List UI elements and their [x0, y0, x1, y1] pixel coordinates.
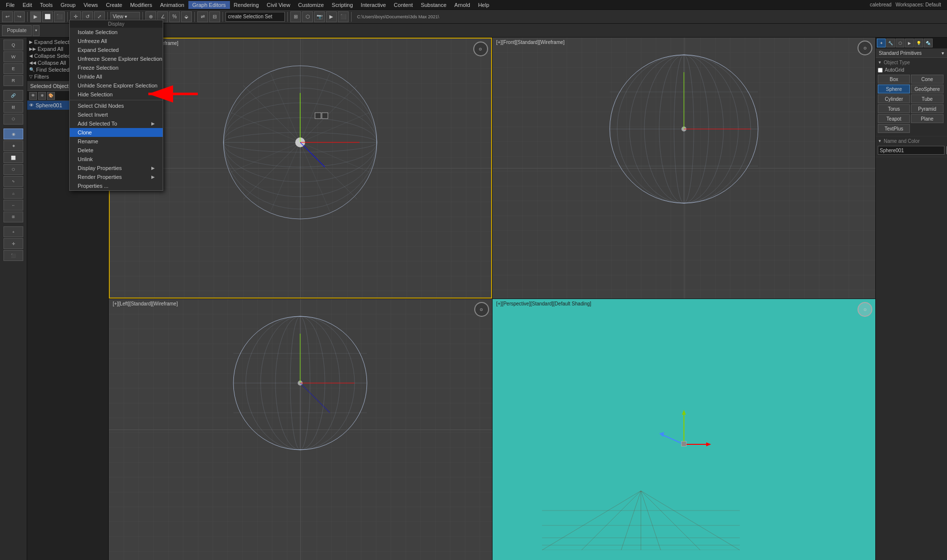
ctx-clone[interactable]: Clone [70, 128, 163, 137]
svg-line-62 [662, 434, 684, 444]
ctx-unhide-all[interactable]: Unhide All [70, 72, 163, 81]
menu-item-help[interactable]: Help [474, 1, 494, 9]
sphere-btn[interactable]: Sphere [878, 85, 910, 93]
menu-item-arnold[interactable]: Arnold [451, 1, 474, 9]
tool-light-view[interactable]: ◈ [3, 140, 23, 151]
ctx-unlink[interactable]: Unlink [70, 155, 163, 164]
menu-item-substance[interactable]: Substance [417, 1, 451, 9]
pyramid-btn[interactable]: Pyramid [911, 104, 943, 113]
menu-item-civil-view[interactable]: Civil View [263, 1, 294, 9]
tool-particle[interactable]: ⬛ [3, 250, 23, 261]
create-selection-set-input[interactable]: create Selection Set [225, 12, 285, 22]
modify-tab-icon[interactable]: 🔧 [886, 39, 895, 47]
ctx-unfreeze-all[interactable]: Unfreeze All [70, 37, 163, 45]
display-tab-icon[interactable]: 💡 [914, 39, 923, 47]
ctx-render-props[interactable]: Render Properties ▶ [70, 172, 163, 181]
create-tab-icon[interactable]: ✦ [877, 39, 886, 47]
tool-spline[interactable]: ∿ [3, 176, 23, 187]
tool-geo[interactable]: ⬜ [3, 152, 23, 163]
layer-icon[interactable]: ⊞ [290, 11, 301, 22]
window-crossing-icon[interactable]: ⬛ [54, 11, 65, 22]
hierarchy-tab-icon[interactable]: ⬡ [896, 39, 904, 47]
render-icon[interactable]: ▶ [326, 11, 337, 22]
tool-unlink[interactable]: ⛓ [3, 102, 23, 113]
menu-item-content[interactable]: Content [390, 1, 417, 9]
align-icon[interactable]: ⊟ [209, 11, 220, 22]
menu-item-scripting[interactable]: Scripting [328, 1, 357, 9]
tool-mirror[interactable]: ↔ [3, 200, 23, 211]
tube-btn[interactable]: Tube [911, 94, 943, 103]
menu-item-rendering[interactable]: Rendering [230, 1, 263, 9]
populate-dropdown[interactable]: ▾ [33, 25, 40, 36]
undo-icon[interactable]: ↩ [2, 11, 13, 22]
viewport-top[interactable]: [+][Top][Standard][Wireframe] ⊙ [109, 38, 492, 299]
tool-rotate[interactable]: E [3, 63, 23, 74]
teapot-btn[interactable]: Teapot [878, 114, 910, 123]
standard-primitives-dropdown[interactable]: Standard Primitives▾ [876, 49, 947, 58]
material-editor-icon[interactable]: ⬡ [302, 11, 313, 22]
menu-item-tools[interactable]: Tools [36, 1, 57, 9]
ctx-unfreeze-scene[interactable]: Unfreeze Scene Explorer Selection [70, 54, 163, 63]
object-name-input[interactable] [878, 146, 945, 155]
menu-item-animation[interactable]: Animation [156, 1, 188, 9]
viewport-front[interactable]: [+][Front][Standard][Wireframe] ⊙ [493, 38, 876, 299]
motion-tab-icon[interactable]: ▶ [905, 39, 914, 47]
render-setup-icon[interactable]: 📷 [314, 11, 325, 22]
ctx-properties[interactable]: Properties ... [70, 181, 163, 190]
tool-modifier[interactable]: ⌂ [3, 188, 23, 199]
tool-move[interactable]: W [3, 51, 23, 62]
percent-snap-icon[interactable]: % [169, 11, 180, 22]
textplus-btn[interactable]: TextPlus [878, 124, 910, 133]
ctx-freeze-selection[interactable]: Freeze Selection [70, 63, 163, 72]
ctx-delete[interactable]: Delete [70, 146, 163, 155]
scene-vis-icon[interactable]: 👁 [29, 92, 37, 100]
tool-array[interactable]: ⊞ [3, 212, 23, 222]
menu-item-views[interactable]: Views [80, 1, 102, 9]
viewport-top-nav-cube[interactable]: ⊙ [473, 42, 488, 56]
cone-btn[interactable]: Cone [911, 75, 943, 84]
plane-btn[interactable]: Plane [911, 114, 943, 123]
ctx-add-selected-to[interactable]: Add Selected To ▶ [70, 119, 163, 128]
geosphere-btn[interactable]: GeoSphere [911, 85, 943, 93]
spinner-snap-icon[interactable]: ⬙ [181, 11, 192, 22]
menu-item-customize[interactable]: Customize [294, 1, 328, 9]
tool-camera-view[interactable]: ◉ [3, 129, 23, 139]
tool-bind[interactable]: ⬡ [3, 114, 23, 125]
ctx-expand-selected[interactable]: Expand Selected [70, 45, 163, 54]
menu-item-create[interactable]: Create [102, 1, 126, 9]
select-object-icon[interactable]: ▶ [30, 11, 41, 22]
viewport-perspective-nav-cube[interactable]: ⊙ [857, 302, 872, 317]
menu-item-group[interactable]: Group [56, 1, 80, 9]
tool-shape[interactable]: ⬡ [3, 164, 23, 175]
tool-select[interactable]: Q [3, 40, 23, 50]
tool-scale[interactable]: R [3, 75, 23, 86]
mirror-icon[interactable]: ⇌ [197, 11, 208, 22]
menu-item-modifiers[interactable]: Modifiers [126, 1, 156, 9]
scene-freeze-icon[interactable]: ❄ [38, 92, 46, 100]
menu-item-edit[interactable]: Edit [19, 1, 36, 9]
ctx-display-props[interactable]: Display Properties ▶ [70, 164, 163, 172]
populate-btn[interactable]: Populate [2, 25, 32, 36]
redo-icon[interactable]: ↪ [14, 11, 25, 22]
viewport-perspective[interactable]: [+][Perspective][Standard][Default Shadi… [493, 299, 876, 560]
utilities-tab-icon[interactable]: 🔩 [924, 39, 933, 47]
menu-item-file[interactable]: File [2, 1, 19, 9]
tool-snap[interactable]: + [3, 226, 23, 237]
menu-item-graph-editors[interactable]: Graph Editors [188, 1, 230, 9]
tool-helper[interactable]: ✛ [3, 238, 23, 249]
ctx-rename[interactable]: Rename [70, 137, 163, 146]
ctx-select-invert[interactable]: Select Invert [70, 110, 163, 119]
box-btn[interactable]: Box [878, 75, 910, 84]
select-region-icon[interactable]: ⬜ [42, 11, 53, 22]
active-shade-icon[interactable]: ⬛ [338, 11, 349, 22]
tool-link[interactable]: 🔗 [3, 90, 23, 101]
ctx-isolate-selection[interactable]: Isolate Selection [70, 28, 163, 37]
menu-item-interactive[interactable]: Interactive [357, 1, 390, 9]
viewport-left[interactable]: [+][Left][Standard][Wireframe] ⊙ [109, 299, 492, 560]
cylinder-btn[interactable]: Cylinder [878, 94, 910, 103]
scene-color-icon[interactable]: 🎨 [47, 92, 55, 100]
torus-btn[interactable]: Torus [878, 104, 910, 113]
autogrid-checkbox-row[interactable]: AutoGrid [878, 67, 945, 73]
viewport-front-nav-cube[interactable]: ⊙ [857, 41, 872, 55]
viewport-left-nav-cube[interactable]: ⊙ [474, 302, 489, 317]
